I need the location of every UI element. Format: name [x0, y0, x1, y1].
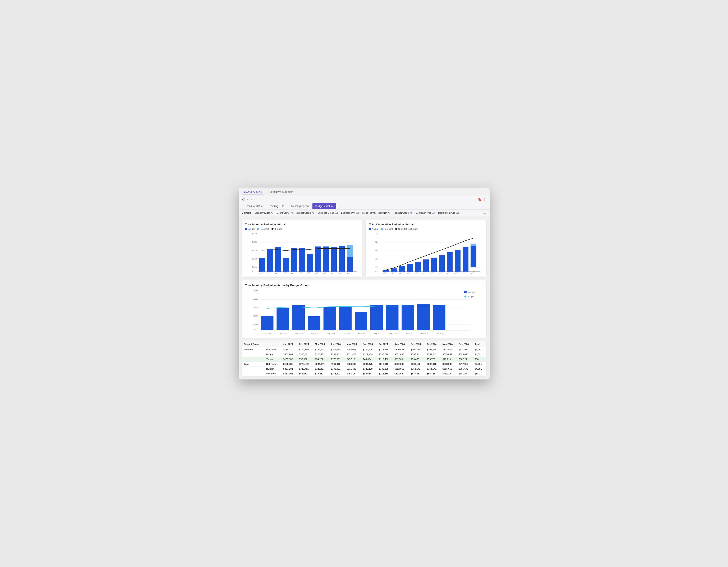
tab-executive-kpis[interactable]: Executive KPIs [242, 203, 265, 209]
filter-client-name[interactable]: Client Name All [277, 212, 293, 214]
cumulative-chart-svg: $5M $4M $3M $2M $1M $0 [369, 232, 483, 274]
val-cell: $329,129 [361, 366, 377, 371]
svg-text:$3M: $3M [375, 250, 379, 252]
val-cell: $53,463 [409, 357, 425, 362]
filter-business-unit[interactable]: Business Unit All [341, 212, 359, 214]
svg-rect-110 [464, 290, 467, 293]
tab-trending-spend[interactable]: Trending Spend [288, 203, 312, 209]
val-cell: $53,463 [409, 371, 425, 376]
tab-budget-actual[interactable]: Budget v. Actual [312, 203, 336, 209]
svg-rect-18 [307, 254, 313, 272]
val-cell: $352,653 [392, 366, 409, 371]
cum-legend-forecast: Forecast [381, 228, 393, 230]
val-cell: $339,901 [329, 352, 344, 357]
filter-budget-group[interactable]: Budget Group All [297, 212, 315, 214]
filter-cloud-provider-identifier[interactable]: Cloud Provider Identifier All [362, 212, 390, 214]
filter-product-group[interactable]: Product Group All [394, 212, 412, 214]
col-aug: Aug 2024 [392, 341, 409, 347]
svg-rect-90 [323, 307, 336, 330]
val-cell: $353,641 [409, 366, 425, 371]
svg-text:$100K: $100K [252, 323, 258, 325]
table-row-total-netfiscal: Total Net Fiscal $166,081 $272,849 $294,… [242, 362, 486, 366]
cumulative-legend: Actual Forecast Cumulative Budget [369, 228, 483, 230]
toolbar: ↺ ‹ › 🔖 ⬆ [239, 196, 490, 203]
val-cell: $308,932 [440, 362, 457, 366]
svg-rect-60 [471, 246, 476, 267]
svg-rect-55 [431, 258, 437, 272]
bookmark-icon[interactable]: 🔖 [478, 198, 482, 202]
val-cell: $88... [473, 371, 486, 376]
val-cell: $4,09... [473, 366, 486, 371]
group-cell [242, 366, 264, 371]
svg-text:$100K: $100K [252, 266, 257, 268]
cum-legend-actual: Actual [369, 228, 379, 230]
col-mar: Mar 2024 [313, 341, 329, 347]
type-cell: Variance [264, 371, 281, 376]
sub-tabs: Executive KPIs Trending KPIs Trending Sp… [239, 203, 490, 210]
tab-trending-kpis[interactable]: Trending KPIs [265, 203, 287, 209]
type-cell: Variance [264, 357, 281, 362]
svg-text:May 2024: May 2024 [326, 332, 335, 334]
share-icon[interactable]: ⬆ [484, 198, 486, 202]
legend-budget: Budget [271, 228, 282, 230]
col-jul: Jul 2024 [377, 341, 393, 347]
undo-icon[interactable]: ↺ [242, 198, 245, 202]
title-bar: Executive KPIs Executive Summary [239, 188, 490, 196]
filter-business-group[interactable]: Business Group All [318, 212, 338, 214]
val-cell: $178,591 [329, 357, 344, 362]
table-row-total-variance: Variance $167,902 $53,632 $34,282 $178,5… [242, 371, 486, 376]
legend-budget-dot [271, 228, 274, 230]
val-cell: $354,641 [425, 352, 440, 357]
filter-deployment-age[interactable]: Deployment Age All [438, 212, 459, 214]
type-cell: Net Fiscal [264, 362, 281, 366]
svg-text:$300K: $300K [252, 250, 257, 252]
table-row-total-budget: Budget $333,984 $326,481 $328,423 $339,9… [242, 366, 486, 371]
back-icon[interactable]: ‹ [247, 198, 248, 202]
title-tab-executive-kpis[interactable]: Executive KPIs [242, 189, 264, 195]
val-cell: $286,093 [344, 347, 361, 352]
group-chart-title: Total Monthly Budget vs Actual by Budget… [245, 284, 483, 287]
val-cell: $3,20... [473, 347, 486, 352]
cum-legend-actual-label: Actual [372, 228, 379, 230]
cum-legend-budget-label: Cumulative Budget [398, 228, 418, 230]
val-cell: $328,423 [313, 352, 329, 357]
legend-forecast-label: Forecast [260, 228, 269, 230]
val-cell: $300,178 [409, 347, 425, 352]
svg-text:Jul 2024: Jul 2024 [358, 332, 365, 334]
cum-legend-forecast-label: Forecast [384, 228, 393, 230]
val-cell: $53,632 [297, 371, 313, 376]
svg-text:$200K: $200K [252, 315, 258, 317]
title-tab-executive-summary[interactable]: Executive Summary [268, 190, 295, 194]
filter-cloud-provider[interactable]: Cloud Provider All [255, 212, 274, 214]
svg-rect-93 [370, 305, 383, 330]
val-cell: $167,902 [281, 357, 297, 362]
svg-text:$0: $0 [375, 270, 377, 273]
val-cell: $330,098 [377, 366, 393, 371]
val-cell: $297,916 [425, 362, 440, 366]
svg-text:Nov 2024: Nov 2024 [420, 332, 428, 334]
col-total: Total [473, 341, 486, 347]
val-cell: $331,407 [344, 366, 361, 371]
forward-icon[interactable]: › [251, 198, 252, 202]
col-type [264, 341, 281, 347]
filter-expand-icon[interactable]: ⌄ [484, 211, 486, 215]
table-row: Budget $333,984 $326,481 $328,423 $339,9… [242, 352, 486, 357]
val-cell: $44,654 [361, 371, 377, 376]
val-cell: $300,683 [392, 347, 409, 352]
svg-text:$400K: $400K [252, 241, 257, 243]
val-cell: $213,619 [377, 347, 393, 352]
svg-rect-94 [386, 305, 398, 330]
svg-text:$200K: $200K [252, 258, 257, 260]
col-dec: Dec 2024 [457, 341, 473, 347]
val-cell: $333,984 [281, 366, 297, 371]
val-cell: $354,641 [425, 366, 440, 371]
val-cell: $356,675 [457, 352, 473, 357]
cum-legend-budget: Cumulative Budget [395, 228, 418, 230]
val-cell: $355,652 [440, 352, 457, 357]
filter-container-type[interactable]: Container Type All [416, 212, 435, 214]
cumulative-chart-area: $5M $4M $3M $2M $1M $0 [369, 232, 483, 274]
monthly-chart-area: $500K $400K $300K $200K $100K $0 [245, 232, 359, 274]
val-cell: $178,591 [329, 371, 344, 376]
val-cell: $329,129 [361, 352, 377, 357]
svg-text:$0: $0 [252, 270, 254, 273]
